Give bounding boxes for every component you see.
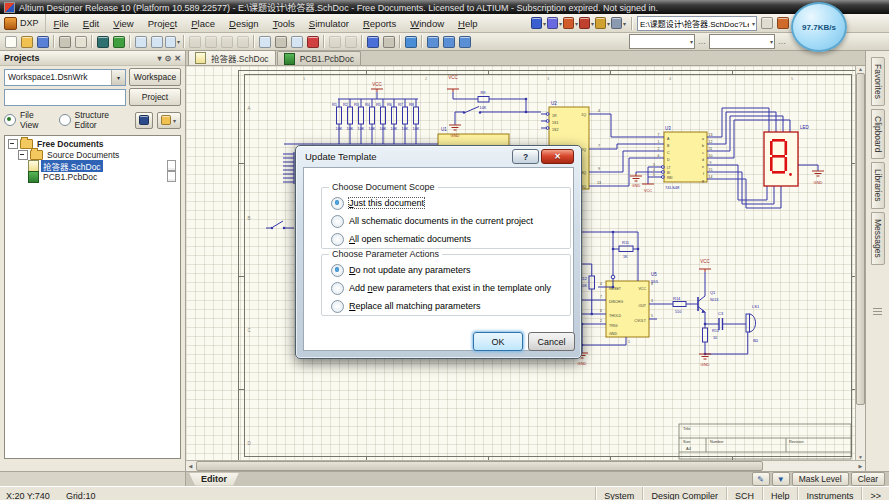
cross-probe-button[interactable]	[365, 34, 381, 49]
bus-mode-button[interactable]	[441, 34, 457, 49]
variant-combo[interactable]: ▾	[629, 34, 695, 49]
document-tab-抢答器.SchDoc[interactable]: 抢答器.SchDoc	[188, 50, 276, 65]
menu-view[interactable]: View	[106, 17, 140, 30]
editor-tab[interactable]: Editor	[189, 473, 239, 486]
file-view-radio[interactable]	[4, 114, 16, 126]
panel-menu-icon[interactable]: ▾	[158, 54, 162, 63]
radio-button[interactable]	[331, 282, 344, 295]
chevron-down-icon[interactable]: ▾	[751, 20, 756, 27]
cut-button[interactable]	[187, 34, 203, 49]
radio-option[interactable]: Replace all matching parameters	[331, 297, 570, 315]
save-document-button[interactable]	[35, 34, 51, 49]
browse-library-button[interactable]	[403, 34, 419, 49]
tree-item-抢答器.SchDoc[interactable]: 抢答器.SchDoc	[5, 160, 180, 171]
scroll-down-icon[interactable]: ▼	[856, 454, 865, 460]
radio-option[interactable]: Just this document	[331, 194, 570, 212]
panel-grip[interactable]	[873, 308, 882, 315]
radio-option[interactable]: Do not update any parameters	[331, 261, 570, 279]
place-bus-button[interactable]: ▾	[547, 16, 563, 31]
navigator-button[interactable]	[135, 112, 153, 129]
tree-expand-icon[interactable]	[8, 139, 18, 149]
favorites-button[interactable]	[759, 16, 775, 31]
menu-window[interactable]: Window	[403, 17, 451, 30]
status-panel->>[interactable]: >>	[861, 487, 889, 500]
menu-tools[interactable]: Tools	[266, 17, 302, 30]
cancel-button[interactable]	[305, 34, 321, 49]
status-panel-design-compiler[interactable]: Design Compiler	[642, 487, 726, 500]
tree-item-PCB1.PcbDoc[interactable]: PCB1.PcbDoc	[5, 171, 180, 182]
workspace-combo[interactable]: Workspace1.DsnWrk ▾	[4, 69, 126, 86]
right-tab-libraries[interactable]: Libraries	[871, 162, 885, 209]
panel-close-icon[interactable]: ✕	[174, 54, 181, 63]
place-part-button[interactable]: ▾	[563, 16, 579, 31]
status-panel-sch[interactable]: SCH	[726, 487, 762, 500]
dialog-close-button[interactable]: ✕	[541, 149, 574, 164]
network-speed-bubble[interactable]: 97.7KB/s	[791, 2, 847, 52]
menu-place[interactable]: Place	[184, 17, 222, 30]
radio-option[interactable]: All schematic documents in the current p…	[331, 212, 570, 230]
edit-mask-icon[interactable]: ✎	[752, 472, 770, 486]
menu-edit[interactable]: Edit	[76, 17, 106, 30]
zoom-selected-button[interactable]: ▾	[165, 34, 181, 49]
document-tab-PCB1.PcbDoc[interactable]: PCB1.PcbDoc	[277, 51, 361, 65]
right-tab-clipboard[interactable]: Clipboard	[871, 109, 885, 159]
move-selection-button[interactable]	[273, 34, 289, 49]
workspace-button[interactable]: Workspace	[129, 68, 181, 86]
new-document-button[interactable]	[3, 34, 19, 49]
print-button[interactable]	[57, 34, 73, 49]
print-preview-button[interactable]	[73, 34, 89, 49]
status-panel-help[interactable]: Help	[762, 487, 798, 500]
menu-project[interactable]: Project	[141, 17, 185, 30]
menu-help[interactable]: Help	[451, 17, 485, 30]
status-panel-instruments[interactable]: Instruments	[797, 487, 861, 500]
deselect-all-button[interactable]	[289, 34, 305, 49]
chevron-down-icon[interactable]: ▾	[176, 38, 181, 45]
panel-pin-icon[interactable]: ⊙	[165, 54, 172, 63]
right-tab-favorites[interactable]: Favorites	[871, 57, 885, 106]
cancel-button[interactable]: Cancel	[528, 332, 575, 351]
radio-button-selected[interactable]	[331, 197, 344, 210]
address-bar[interactable]: ▾	[637, 16, 757, 31]
scroll-left-icon[interactable]: ◀	[186, 463, 195, 469]
annotate-button[interactable]	[381, 34, 397, 49]
tree-expand-icon[interactable]	[18, 150, 28, 160]
menu-simulator[interactable]: Simulator	[302, 17, 356, 30]
place-net-label-button[interactable]: ▾	[595, 16, 611, 31]
open-document-button[interactable]	[19, 34, 35, 49]
chevron-down-icon[interactable]: ▾	[111, 70, 125, 85]
radio-button-selected[interactable]	[331, 264, 344, 277]
menu-file[interactable]: File	[47, 17, 76, 30]
paste-button[interactable]	[219, 34, 235, 49]
chevron-down-icon[interactable]: ▾	[622, 20, 627, 27]
copy-button[interactable]	[203, 34, 219, 49]
right-tab-messages[interactable]: Messages	[871, 212, 885, 265]
place-power-port-button[interactable]: ▾	[579, 16, 595, 31]
mask-level-button[interactable]: Mask Level	[792, 472, 849, 486]
paste-array-button[interactable]	[235, 34, 251, 49]
zoom-fit-button[interactable]	[133, 34, 149, 49]
clear-button[interactable]: Clear	[851, 472, 885, 486]
place-wire-button[interactable]: ▾	[531, 16, 547, 31]
configuration-combo[interactable]: ▾	[709, 34, 775, 49]
horizontal-scroll-thumb[interactable]	[196, 461, 763, 471]
place-grid-button[interactable]: ▾	[611, 16, 627, 31]
vertical-scroll-thumb[interactable]	[856, 73, 865, 405]
menu-design[interactable]: Design	[222, 17, 266, 30]
address-input[interactable]	[638, 19, 751, 28]
dxp-menu[interactable]: DXP	[2, 14, 46, 32]
variant-more-button[interactable]: …	[698, 37, 706, 46]
radio-option[interactable]: All open schematic documents	[331, 230, 570, 248]
structure-editor-radio[interactable]	[59, 114, 71, 126]
dialog-help-button[interactable]: ?	[512, 149, 539, 164]
select-area-button[interactable]	[257, 34, 273, 49]
filter-sort-icon[interactable]: ▼	[772, 472, 790, 486]
open-device-view-button[interactable]	[95, 34, 111, 49]
vertical-scrollbar[interactable]: ▲ ▼	[855, 66, 865, 460]
status-panel-system[interactable]: System	[595, 487, 642, 500]
redo-button[interactable]	[343, 34, 359, 49]
tree-item-Source Documents[interactable]: Source Documents	[5, 149, 180, 160]
title-bar[interactable]: Altium Designer Release 10 (Platform 10.…	[0, 0, 889, 14]
undo-button[interactable]	[327, 34, 343, 49]
scroll-right-icon[interactable]: ▶	[856, 463, 865, 469]
wire-mode-button[interactable]	[425, 34, 441, 49]
